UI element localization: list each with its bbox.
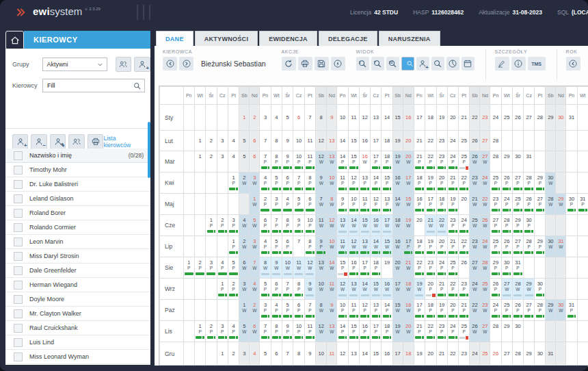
day-cell[interactable]: 7 — [304, 105, 315, 131]
day-cell[interactable]: 12W — [304, 257, 315, 279]
day-cell[interactable]: 6P — [293, 300, 304, 321]
day-cell[interactable]: 10 — [293, 131, 304, 151]
day-cell[interactable]: 16W — [371, 215, 382, 236]
day-cell[interactable]: 6P — [304, 194, 315, 215]
day-cell[interactable]: 30 — [512, 151, 523, 172]
zoom-month-button[interactable]: 31 — [386, 57, 399, 71]
day-cell[interactable]: 23W — [470, 172, 480, 194]
day-cell[interactable]: 25 — [480, 342, 490, 366]
day-cell[interactable]: 5P — [260, 279, 271, 300]
day-cell[interactable]: 9P — [293, 215, 304, 236]
day-cell[interactable]: 26 — [512, 105, 523, 131]
driver-list-item[interactable]: Miss Daryl Strosin — [5, 249, 150, 264]
driver-list-item[interactable]: Dr. Luke Balistreri — [5, 177, 150, 192]
day-cell[interactable]: 15W — [371, 279, 382, 300]
tab-ewidencja[interactable]: EWIDENCJA — [259, 31, 317, 47]
driver-list-item[interactable]: Mr. Clayton Walker — [5, 307, 150, 321]
day-cell[interactable]: 22P — [425, 321, 437, 342]
day-cell[interactable]: 24 — [490, 105, 501, 131]
day-cell[interactable]: 10P — [348, 194, 359, 215]
day-cell[interactable]: 22 — [470, 105, 480, 131]
save-button[interactable] — [315, 57, 329, 71]
day-cell[interactable]: 15P — [348, 321, 359, 342]
day-cell[interactable]: 13P — [371, 300, 382, 321]
day-cell[interactable]: 30 — [512, 321, 523, 342]
day-cell[interactable]: 20 — [447, 105, 458, 131]
day-cell[interactable]: 8P — [282, 215, 293, 236]
day-cell[interactable]: 21 — [436, 342, 447, 366]
day-cell[interactable]: 17P — [403, 236, 414, 257]
day-cell[interactable]: 3 — [217, 151, 228, 172]
day-cell[interactable]: 23P — [490, 194, 501, 215]
day-cell[interactable]: 23 — [436, 131, 447, 151]
prev-driver-button[interactable] — [163, 57, 177, 71]
day-cell[interactable]: 12P — [360, 300, 371, 321]
driver-list-item[interactable]: Doyle Moore — [5, 292, 150, 307]
day-cell[interactable]: 12 — [316, 131, 327, 151]
day-cell[interactable]: 13 — [327, 131, 337, 151]
day-cell[interactable]: 26P — [512, 300, 523, 321]
driver-checkbox[interactable] — [14, 295, 23, 304]
day-cell[interactable]: 21 — [414, 131, 425, 151]
day-cell[interactable]: 11P — [360, 194, 371, 215]
day-cell[interactable]: 28P — [524, 172, 535, 194]
day-cell[interactable]: 6W — [250, 321, 260, 342]
day-cell[interactable]: 16P — [360, 321, 371, 342]
day-cell[interactable]: 30W — [546, 236, 556, 257]
day-cell[interactable]: 5 — [239, 151, 250, 172]
signature-button[interactable] — [495, 57, 509, 71]
day-cell[interactable]: 19W — [403, 215, 414, 236]
driver-checkbox[interactable] — [14, 252, 23, 261]
day-cell[interactable]: 4W — [239, 215, 250, 236]
day-cell[interactable]: 17P — [371, 151, 382, 172]
drivers-group-button[interactable] — [68, 134, 84, 149]
day-cell[interactable]: 29W — [546, 300, 556, 321]
day-cell[interactable]: 20W — [403, 321, 414, 342]
day-cell[interactable]: 9 — [304, 342, 315, 366]
day-cell[interactable]: 21 — [458, 105, 470, 131]
day-cell[interactable]: 25P — [447, 257, 458, 279]
day-cell[interactable]: 23 — [458, 342, 470, 366]
day-cell[interactable]: 23P — [447, 215, 458, 236]
day-cell[interactable]: 5P — [282, 300, 293, 321]
day-cell[interactable]: 2P — [194, 257, 205, 279]
day-cell[interactable]: 31 — [566, 105, 577, 131]
day-cell[interactable]: 27W — [501, 279, 512, 300]
day-cell[interactable]: 14P — [371, 172, 382, 194]
day-cell[interactable]: 28 — [535, 105, 546, 131]
day-cell[interactable]: 4P — [260, 172, 271, 194]
day-cell[interactable]: 25P — [501, 300, 512, 321]
day-cell[interactable]: 30P — [566, 194, 577, 215]
day-cell[interactable]: 26W — [470, 321, 480, 342]
day-cell[interactable]: 30P — [535, 279, 546, 300]
day-cell[interactable]: 21W — [425, 215, 437, 236]
day-cell[interactable]: 7P — [260, 151, 271, 172]
day-cell[interactable]: 3W — [250, 172, 260, 194]
day-cell[interactable]: 15W — [392, 300, 403, 321]
day-cell[interactable]: 7P — [304, 300, 315, 321]
day-cell[interactable]: 1P — [228, 172, 239, 194]
day-cell[interactable]: 29P — [490, 257, 501, 279]
day-cell[interactable]: 22P — [425, 151, 437, 172]
quick-action-button[interactable] — [331, 57, 345, 71]
driver-list-item[interactable]: Luis Lind — [5, 335, 150, 350]
day-cell[interactable]: 17W — [392, 279, 403, 300]
day-cell[interactable]: 20P — [447, 300, 458, 321]
driver-checkbox[interactable] — [14, 166, 23, 175]
day-cell[interactable]: 30P — [524, 215, 535, 236]
day-cell[interactable]: 31 — [524, 151, 535, 172]
day-cell[interactable]: 7 — [282, 342, 293, 366]
day-cell[interactable]: 24P — [501, 194, 512, 215]
day-cell[interactable]: 4 — [271, 105, 282, 131]
day-cell[interactable]: 19P — [436, 300, 447, 321]
day-cell[interactable]: 3W — [250, 236, 260, 257]
driver-list-item[interactable]: Dale Greenfelder — [5, 264, 150, 278]
day-cell[interactable]: 6P — [271, 279, 282, 300]
day-cell[interactable]: 11W — [293, 257, 304, 279]
day-cell[interactable]: 21P — [458, 300, 470, 321]
day-cell[interactable]: 25P — [458, 151, 470, 172]
day-cell[interactable]: 25P — [458, 321, 470, 342]
day-cell[interactable]: 6 — [250, 131, 260, 151]
day-cell[interactable]: 20 — [458, 194, 470, 215]
day-cell[interactable]: 2 — [228, 342, 239, 366]
